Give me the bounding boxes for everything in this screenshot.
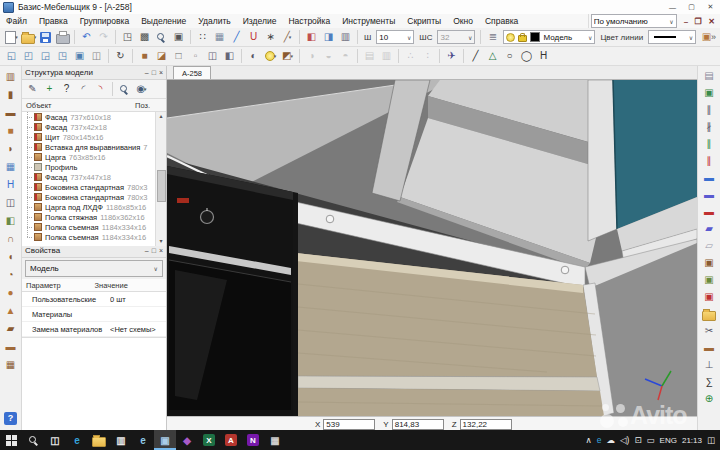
window-minimize-button[interactable]: — xyxy=(663,0,682,14)
task-view-button[interactable]: ◫ xyxy=(44,430,66,450)
panel-bent-tool[interactable]: ◗ xyxy=(2,141,19,157)
undo-button[interactable]: ↶ xyxy=(78,29,95,45)
zoom-window-button[interactable] xyxy=(153,29,170,45)
draw-dimension-button[interactable]: H xyxy=(535,48,552,64)
new-document-button[interactable]: ▾ xyxy=(3,29,20,45)
sphere-tool[interactable]: ● xyxy=(2,285,19,301)
panel-sheet-tool[interactable]: ■ xyxy=(2,123,19,139)
structure-points-button[interactable]: ∷ xyxy=(194,29,211,45)
properties-scope-select[interactable]: Модель ∨ xyxy=(25,260,163,277)
layer-select[interactable]: Модель∨ xyxy=(503,30,595,44)
mdi-minimize-button[interactable]: – xyxy=(682,17,690,26)
screw-tool[interactable]: ∥ xyxy=(701,102,718,118)
mdi-restore-button[interactable]: ❐ xyxy=(693,17,704,26)
tray-cloud-icon[interactable]: ☁ xyxy=(607,435,616,445)
menu-инструменты[interactable]: Инструменты xyxy=(336,16,401,26)
tree-item[interactable]: Боковина стандартная780x3 xyxy=(22,182,166,192)
export-add-tool[interactable]: ⊕ xyxy=(701,391,718,407)
column-position[interactable]: Поз. xyxy=(135,101,150,110)
tree-item[interactable]: Полка съемная1184x334x16 xyxy=(22,232,166,242)
bend-arc-button[interactable]: ◜ xyxy=(75,81,92,97)
cone-tool[interactable]: ▲ xyxy=(2,303,19,319)
quick-export-button[interactable]: ✈ xyxy=(443,48,460,64)
component-blue-button[interactable]: ◨ xyxy=(320,29,337,45)
assembly-out-tool[interactable]: ▣ xyxy=(701,272,718,288)
excel-app-button[interactable]: X xyxy=(198,430,220,450)
tree-item[interactable]: Боковина стандартная780x3 xyxy=(22,192,166,202)
render-settings-button[interactable]: ◐ xyxy=(245,48,262,64)
screw-delete-tool[interactable]: ∥ xyxy=(701,153,718,169)
view-iso-button[interactable]: ◳ xyxy=(54,48,71,64)
light-settings-button[interactable]: ▾ xyxy=(262,48,279,64)
bent-detail-tool[interactable]: ◖ xyxy=(2,249,19,265)
property-row[interactable]: Пользовательские0 шт xyxy=(22,292,166,307)
calculator-app-button[interactable]: ▦ xyxy=(264,430,286,450)
tray-chevron-up-icon[interactable]: ∧ xyxy=(586,435,592,445)
draw-line-button[interactable]: ╱ xyxy=(467,48,484,64)
tray-battery-icon[interactable]: ▭ xyxy=(647,435,655,445)
snap-point-button[interactable]: ∗ xyxy=(262,29,279,45)
brick-tool[interactable]: ▬ xyxy=(2,339,19,355)
coord-z-field[interactable]: 132,22 xyxy=(460,419,512,430)
scroll-down-icon[interactable]: ▾ xyxy=(156,237,166,246)
menu-окно[interactable]: Окно xyxy=(447,16,479,26)
sheet-blank-tool[interactable]: ▱ xyxy=(701,238,718,254)
coord-y-field[interactable]: 814,83 xyxy=(392,419,444,430)
panel-minimize-button[interactable]: – xyxy=(145,69,149,76)
shade-hidden-line-button[interactable]: ▫ xyxy=(187,48,204,64)
tree-item[interactable]: Царга под ЛХДФ1186x85x16 xyxy=(22,202,166,212)
menu-правка[interactable]: Правка xyxy=(33,16,74,26)
door-tool[interactable]: ◧ xyxy=(2,213,19,229)
element-help-button[interactable]: ? xyxy=(58,81,75,97)
save-button[interactable] xyxy=(37,29,54,45)
assembly-in-tool[interactable]: ▣ xyxy=(701,255,718,271)
onenote-app-button[interactable]: N xyxy=(242,430,264,450)
tree-item[interactable]: Вставка для выравнивания7 xyxy=(22,142,166,152)
print-button[interactable] xyxy=(54,29,71,45)
menu-выделение[interactable]: Выделение xyxy=(135,16,192,26)
line-color-select[interactable]: ∨ xyxy=(648,30,696,44)
select-frame-button[interactable]: ◳ xyxy=(119,29,136,45)
tree-item[interactable]: Фасад737x610x18 xyxy=(22,112,166,122)
h-connection-tool[interactable]: H xyxy=(2,177,19,193)
adobe-app-button[interactable]: A xyxy=(220,430,242,450)
wardrobe-tool[interactable]: ∩ xyxy=(2,231,19,247)
component-red-button[interactable]: ◧ xyxy=(303,29,320,45)
material-view-button[interactable]: ◩▾ xyxy=(279,48,296,64)
ie-app-button[interactable]: e xyxy=(132,430,154,450)
brick-insert-tool[interactable]: ▬ xyxy=(701,340,718,356)
store-app-button[interactable]: ▥ xyxy=(110,430,132,450)
tree-item[interactable]: Фасад737x447x18 xyxy=(22,172,166,182)
shade-solid-button[interactable]: ◪ xyxy=(153,48,170,64)
menu-настройка[interactable]: Настройка xyxy=(282,16,336,26)
assembly-delete-tool[interactable]: ▣ xyxy=(701,289,718,305)
tray-edge-icon[interactable]: e xyxy=(597,435,602,445)
scroll-thumb[interactable] xyxy=(157,170,166,202)
screw-settings-tool[interactable]: ∦ xyxy=(701,119,718,135)
language-indicator[interactable]: ENG xyxy=(660,436,677,445)
draw-arc-button[interactable]: ◯ xyxy=(518,48,535,64)
copy-style-button[interactable]: ▣ xyxy=(698,29,715,45)
view-front-button[interactable]: ◱ xyxy=(3,48,20,64)
cut-tool[interactable]: ✂ xyxy=(701,323,718,339)
tree-item[interactable]: Полка съемная1184x334x16 xyxy=(22,222,166,232)
magnet-snap-button[interactable]: U xyxy=(245,29,262,45)
panel-minimize-button[interactable]: – xyxy=(145,247,149,254)
tree-item[interactable]: Полка стяжная1186x362x16 xyxy=(22,212,166,222)
small-window-tool[interactable]: ▤ xyxy=(701,68,718,84)
property-row[interactable]: Замена материалов<Нет схемы> xyxy=(22,322,166,337)
tray-volume-icon[interactable]: ◁) xyxy=(620,435,629,445)
view-top-button[interactable]: ◲ xyxy=(37,48,54,64)
menu-группировка[interactable]: Группировка xyxy=(74,16,136,26)
tree-item[interactable]: Фасад737x42x18 xyxy=(22,122,166,132)
taskbar-search-button[interactable] xyxy=(22,430,44,450)
add-element-button[interactable]: + xyxy=(41,81,58,97)
open-folder-button[interactable]: ▾ xyxy=(20,29,37,45)
panel-vertical-tool[interactable]: ▮ xyxy=(2,87,19,103)
column-object[interactable]: Объект xyxy=(26,101,52,110)
tree-item[interactable]: Щит780x145x16 xyxy=(22,132,166,142)
tree-item[interactable]: Профиль xyxy=(22,162,166,172)
screw-add-tool[interactable]: ∥ xyxy=(701,136,718,152)
mdi-close-button[interactable]: ✕ xyxy=(706,17,717,26)
stamp-tool[interactable]: ⊥ xyxy=(701,357,718,373)
